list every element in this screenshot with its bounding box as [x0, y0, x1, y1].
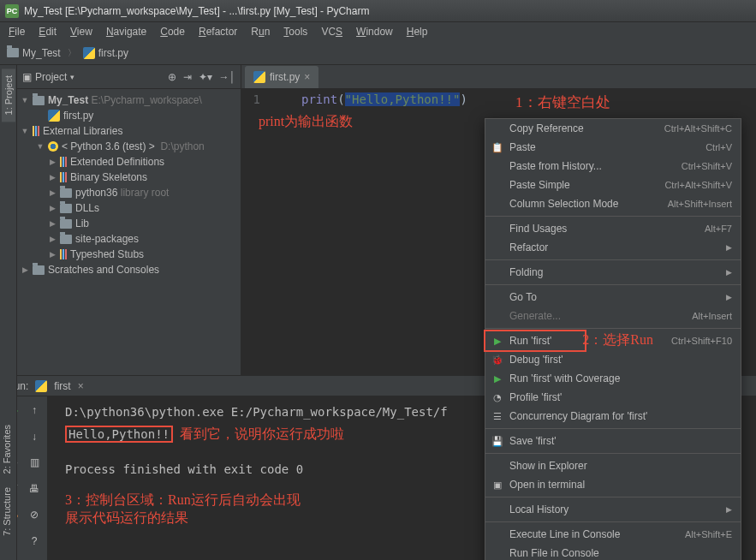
concurrency-icon: ☰: [491, 411, 504, 422]
cm-execute-console[interactable]: Execute Line in ConsoleAlt+Shift+E: [485, 525, 741, 544]
tree-item[interactable]: ▶Extended Definitions: [17, 154, 241, 170]
cm-debug[interactable]: 🐞Debug 'first': [485, 350, 741, 369]
cm-run-file-console[interactable]: Run File in Console: [485, 544, 741, 560]
project-tool-window: ▣Project▾ ⊕ ⇥ ✦▾ →│ ▼ My_Test E:\Pycharm…: [17, 65, 241, 375]
editor-tab-first[interactable]: first.py ×: [245, 66, 318, 88]
tree-scratches[interactable]: ▶Scratches and Consoles: [17, 262, 241, 277]
menubar: FFileile Edit View Navigate Code Refacto…: [0, 22, 756, 41]
panel-title: ▣Project▾: [22, 71, 74, 83]
cm-open-terminal[interactable]: ▣Open in terminal: [485, 475, 741, 494]
print-button[interactable]: 🖶: [26, 480, 43, 497]
cm-column-selection[interactable]: Column Selection ModeAlt+Shift+Insert: [485, 194, 741, 213]
collapse-all-icon[interactable]: ⇥: [183, 71, 192, 83]
tree-python-interpreter[interactable]: ▼ < Python 3.6 (test) > D:\python: [17, 139, 241, 154]
cm-local-history[interactable]: Local History▶: [485, 500, 741, 519]
menu-window[interactable]: Window: [351, 24, 398, 39]
titlebar: PC My_Test [E:\Pycharm_workspace\My_Test…: [0, 0, 756, 22]
menu-code[interactable]: Code: [155, 24, 190, 39]
python-icon: [48, 141, 58, 152]
breadcrumb-label: first.py: [98, 47, 128, 59]
window-title: My_Test [E:\Pycharm_workspace\My_Test] -…: [24, 5, 369, 17]
tab-project[interactable]: 1: Project: [2, 69, 15, 122]
run-config-name: first: [54, 380, 70, 392]
python-file-icon: [83, 47, 95, 59]
tree-item[interactable]: ▶python36 library root: [17, 185, 241, 200]
menu-refactor[interactable]: Refactor: [193, 24, 242, 39]
cm-generate[interactable]: Generate...Alt+Insert: [485, 307, 741, 325]
down-button[interactable]: ↓: [26, 428, 43, 445]
folder-icon: [33, 96, 45, 105]
tab-favorites[interactable]: 2: Favorites: [0, 418, 14, 480]
close-icon[interactable]: ×: [78, 380, 84, 392]
console-output-highlight: Hello,Python!!: [65, 426, 173, 443]
clear-button[interactable]: ⊘: [26, 506, 43, 523]
menu-navigate[interactable]: Navigate: [101, 24, 152, 39]
tree-item[interactable]: ▶DLLs: [17, 200, 241, 216]
gear-icon[interactable]: ✦▾: [199, 71, 212, 83]
scratches-icon: [33, 265, 45, 275]
paste-icon: 📋: [491, 142, 504, 153]
cm-goto[interactable]: Go To▶: [485, 288, 741, 307]
cm-concurrency[interactable]: ☰Concurrency Diagram for 'first': [485, 407, 741, 426]
tree-file[interactable]: first.py: [17, 108, 241, 123]
tree-external-libraries[interactable]: ▼ External Libraries: [17, 123, 241, 139]
project-tree[interactable]: ▼ My_Test E:\Pycharm_workspace\ first.py…: [17, 89, 241, 375]
cm-copy-reference[interactable]: Copy ReferenceCtrl+Alt+Shift+C: [485, 119, 741, 138]
gutter-line-number: 1: [241, 92, 267, 375]
breadcrumb-project[interactable]: My_Test: [7, 47, 61, 59]
annotation-run: 2：选择Run: [582, 331, 653, 349]
menu-view[interactable]: View: [65, 24, 98, 39]
tree-item[interactable]: ▶site-packages: [17, 231, 241, 247]
cm-paste-simple[interactable]: Paste SimpleCtrl+Alt+Shift+V: [485, 176, 741, 194]
help-button[interactable]: ?: [26, 533, 43, 550]
cm-profile[interactable]: ◔Profile 'first': [485, 388, 741, 407]
menu-edit[interactable]: Edit: [33, 24, 62, 39]
annotation-1: print为输出函数: [259, 113, 353, 131]
save-icon: 💾: [491, 436, 504, 447]
breadcrumb-label: My_Test: [22, 47, 61, 59]
cm-run-coverage[interactable]: ▶Run 'first' with Coverage: [485, 369, 741, 388]
wrap-button[interactable]: ▥: [26, 454, 43, 471]
up-button[interactable]: ↑: [26, 402, 43, 419]
tree-item[interactable]: ▶Typeshed Stubs: [17, 247, 241, 262]
chevron-icon: 〉: [68, 47, 76, 59]
menu-vcs[interactable]: VCS: [316, 24, 348, 39]
libraries-icon: [60, 157, 67, 167]
run-icon: ▶: [491, 336, 504, 347]
app-icon: PC: [5, 4, 19, 18]
cm-find-usages[interactable]: Find UsagesAlt+F7: [485, 219, 741, 238]
tab-label: first.py: [270, 71, 300, 83]
scroll-from-source-icon[interactable]: ⊕: [168, 71, 176, 83]
profile-icon: ◔: [491, 392, 504, 403]
python-file-icon: [48, 110, 60, 122]
cm-run[interactable]: ▶Run 'first'Ctrl+Shift+F10 2：选择Run: [485, 331, 741, 350]
close-icon[interactable]: ×: [304, 71, 310, 83]
menu-file[interactable]: FFileile: [3, 24, 30, 39]
cm-show-explorer[interactable]: Show in Explorer: [485, 456, 741, 475]
coverage-icon: ▶: [491, 373, 504, 384]
hide-icon[interactable]: →│: [219, 71, 236, 83]
python-file-icon: [253, 71, 265, 83]
breadcrumb-file[interactable]: first.py: [83, 47, 128, 59]
cm-paste[interactable]: 📋PasteCtrl+V: [485, 138, 741, 157]
navigation-bar: My_Test 〉 first.py: [0, 41, 756, 65]
cm-refactor[interactable]: Refactor▶: [485, 238, 741, 257]
libraries-icon: [60, 172, 67, 182]
cm-folding[interactable]: Folding▶: [485, 263, 741, 282]
tree-root[interactable]: ▼ My_Test E:\Pycharm_workspace\: [17, 92, 241, 108]
tab-structure[interactable]: 7: Structure: [0, 480, 14, 543]
libraries-icon: [33, 126, 39, 136]
menu-tools[interactable]: Tools: [278, 24, 313, 39]
menu-help[interactable]: Help: [402, 24, 433, 39]
context-menu: Copy ReferenceCtrl+Alt+Shift+C 📋PasteCtr…: [485, 118, 741, 560]
libraries-icon: [60, 249, 67, 259]
menu-run[interactable]: Run: [246, 24, 275, 39]
debug-icon: 🐞: [491, 354, 504, 366]
terminal-icon: ▣: [491, 480, 504, 491]
editor-tabs: first.py ×: [241, 65, 756, 89]
cm-save[interactable]: 💾Save 'first': [485, 432, 741, 450]
left-tool-tabs: 1: Project: [0, 65, 17, 375]
tree-item[interactable]: ▶Lib: [17, 216, 241, 231]
cm-paste-history[interactable]: Paste from History...Ctrl+Shift+V: [485, 157, 741, 176]
tree-item[interactable]: ▶Binary Skeletons: [17, 170, 241, 185]
